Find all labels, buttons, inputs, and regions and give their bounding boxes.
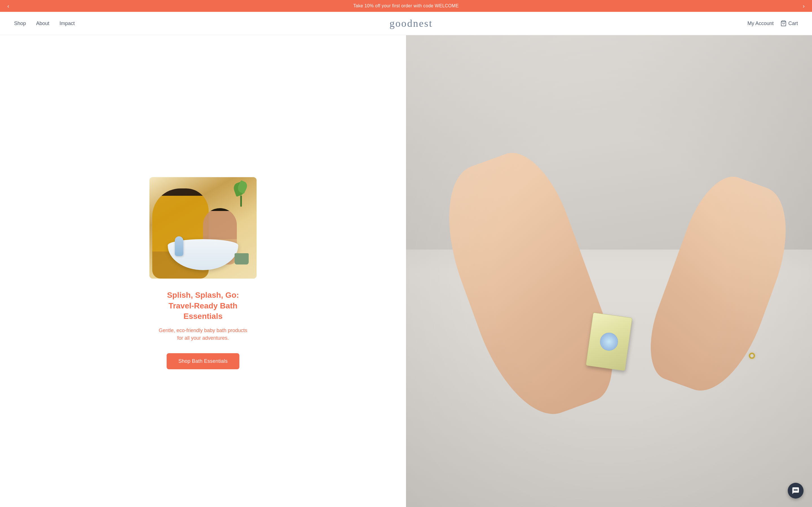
nav-about-link[interactable]: About [36, 20, 49, 26]
site-logo[interactable]: goodnest [390, 17, 433, 29]
main-content: Splish, Splash, Go: Travel-Ready Bath Es… [0, 35, 812, 507]
cart-icon [780, 20, 786, 26]
nav-cart-link[interactable]: Cart [780, 20, 798, 26]
plant-pot [235, 253, 249, 265]
nav-impact-link[interactable]: Impact [59, 20, 75, 26]
shop-bath-essentials-button[interactable]: Shop Bath Essentials [167, 353, 240, 369]
hero-left-panel: Splish, Splash, Go: Travel-Ready Bath Es… [0, 35, 406, 507]
product-packet [586, 313, 632, 371]
announcement-text: Take 10% off your first order with code … [353, 3, 459, 8]
nav-account-link[interactable]: My Account [748, 20, 774, 26]
hero-title: Splish, Splash, Go: Travel-Ready Bath Es… [155, 290, 251, 322]
cart-label: Cart [788, 20, 798, 26]
chat-icon [792, 487, 800, 495]
hero-right-panel [406, 35, 812, 507]
hero-subtitle: Gentle, eco-friendly baby bath products … [158, 327, 248, 342]
hero-image [149, 177, 257, 279]
chat-button[interactable] [788, 483, 804, 499]
plant [231, 180, 251, 208]
hero-image-bg [149, 177, 257, 279]
announcement-next-button[interactable]: › [798, 1, 809, 11]
pump-bottle [175, 236, 183, 256]
nav-left: Shop About Impact [14, 20, 75, 26]
announcement-prev-button[interactable]: ‹ [3, 1, 14, 11]
nav-right: My Account Cart [748, 20, 798, 26]
header: Shop About Impact goodnest My Account Ca… [0, 12, 812, 35]
announcement-bar: ‹ Take 10% off your first order with cod… [0, 0, 812, 12]
nav-shop-link[interactable]: Shop [14, 20, 26, 26]
